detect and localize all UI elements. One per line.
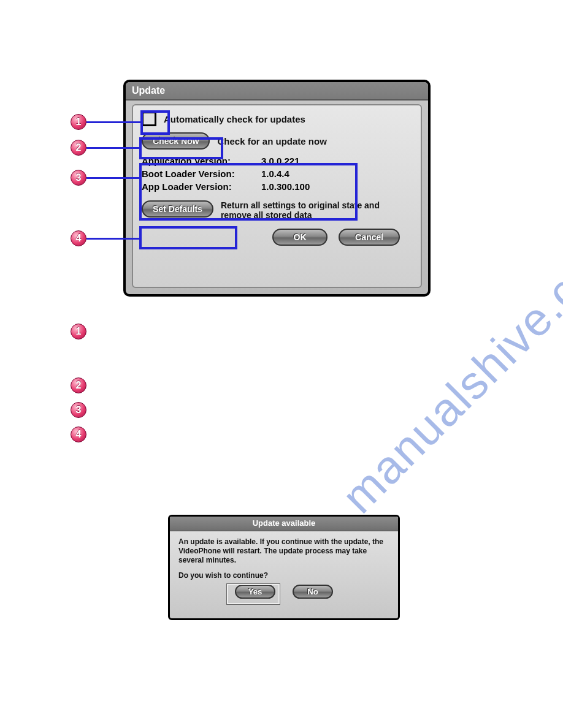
update-available-dialog: Update available An update is available.… [168,515,400,620]
highlight-box-2 [139,137,223,159]
update-available-text: An update is available. If you continue … [178,537,389,565]
callout-line-2 [86,147,139,149]
highlight-box-1 [140,110,170,135]
ok-button[interactable]: OK [272,229,327,246]
list-marker-4: 4 [71,427,86,442]
highlight-box-3 [139,163,358,221]
callout-line-4 [86,238,139,240]
highlight-box-4 [139,226,237,249]
update-available-body: An update is available. If you continue … [170,531,398,605]
callout-marker-1: 1 [71,114,86,130]
yes-button-highlight [227,584,280,604]
callout-marker-3: 3 [71,170,86,186]
callout-line-1 [86,121,140,123]
auto-check-label: Automatically check for updates [164,114,305,124]
list-marker-3: 3 [71,402,86,418]
list-marker-1: 1 [71,324,86,339]
list-marker-2: 2 [71,377,86,393]
update-dialog-title: Update [126,82,428,100]
cancel-button[interactable]: Cancel [339,229,400,246]
callout-line-3 [86,177,139,179]
update-available-title: Update available [170,517,398,531]
check-now-label: Check for an update now [217,136,326,146]
no-button[interactable]: No [293,585,333,599]
callout-marker-2: 2 [71,140,86,156]
callout-marker-4: 4 [71,230,86,246]
update-available-question: Do you wish to continue? [178,571,389,580]
